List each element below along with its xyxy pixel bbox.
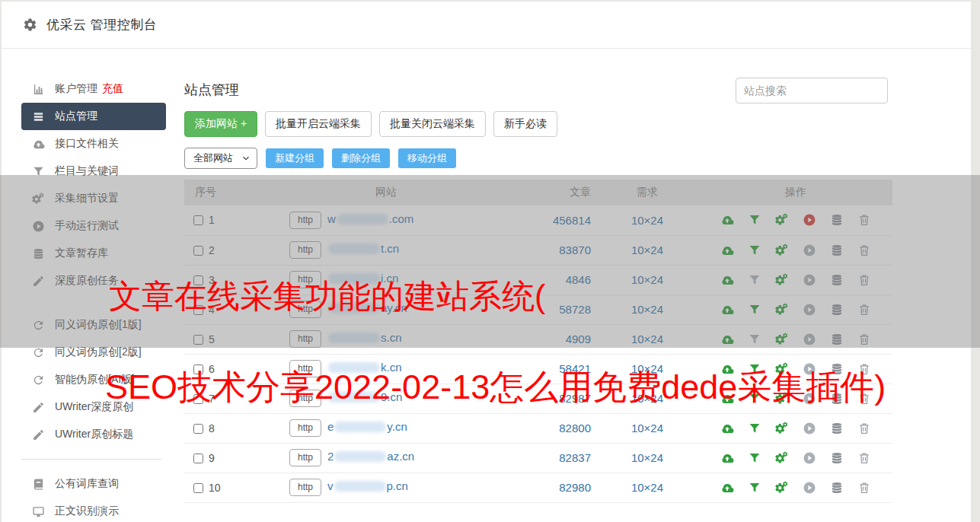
row-checkbox[interactable] — [193, 454, 203, 463]
database-action-icon[interactable] — [830, 481, 844, 495]
cloud-upload-action-icon[interactable] — [720, 243, 734, 257]
sidebar-item-ai-original[interactable]: 智能伪原创[AI版] — [21, 366, 166, 393]
batch-close-cloud-collect-button[interactable]: 批量关闭云端采集 — [379, 111, 486, 137]
database-action-icon[interactable] — [830, 362, 844, 376]
play-action-icon[interactable] — [803, 451, 816, 465]
cloud-upload-action-icon[interactable] — [720, 481, 734, 495]
filter-action-icon[interactable] — [748, 362, 761, 376]
sidebar-item-content-recognition[interactable]: 正文识别演示 — [21, 498, 166, 522]
play-action-icon[interactable] — [803, 333, 816, 346]
database-action-icon[interactable] — [830, 333, 844, 346]
row-checkbox[interactable] — [193, 394, 203, 404]
cloud-upload-action-icon[interactable] — [720, 392, 734, 406]
trash-action-icon[interactable] — [857, 481, 871, 495]
group-filter-select[interactable]: 全部网站 — [184, 148, 257, 169]
database-action-icon[interactable] — [830, 392, 844, 406]
row-checkbox[interactable] — [193, 275, 203, 285]
sidebar-item-manual-test[interactable]: 手动运行测试 — [21, 212, 166, 240]
site-domain[interactable]: w.com — [327, 212, 413, 225]
trash-action-icon[interactable] — [857, 303, 871, 317]
filter-action-icon[interactable] — [748, 273, 761, 287]
play-action-icon[interactable] — [803, 213, 816, 227]
gears-action-icon[interactable] — [775, 273, 789, 287]
filter-action-icon[interactable] — [748, 243, 761, 257]
play-action-icon[interactable] — [803, 303, 816, 317]
trash-action-icon[interactable] — [857, 422, 871, 435]
row-checkbox[interactable] — [193, 246, 203, 256]
new-group-button[interactable]: 新建分组 — [266, 148, 324, 168]
sidebar-item-account[interactable]: 账户管理充值 — [21, 75, 166, 103]
http-badge[interactable]: http — [289, 330, 321, 348]
database-action-icon[interactable] — [830, 213, 844, 227]
gears-action-icon[interactable] — [775, 481, 789, 495]
cloud-upload-action-icon[interactable] — [720, 213, 734, 227]
gears-action-icon[interactable] — [775, 362, 789, 376]
sidebar-item-synonym-v2[interactable]: 同义词伪原创[2版] — [21, 339, 166, 366]
gears-action-icon[interactable] — [775, 213, 789, 227]
filter-action-icon[interactable] — [748, 481, 761, 495]
gears-action-icon[interactable] — [775, 392, 789, 406]
trash-action-icon[interactable] — [857, 243, 871, 257]
add-site-button[interactable]: 添加网站 + — [184, 111, 257, 137]
site-domain[interactable]: 2az.cn — [327, 450, 414, 463]
sidebar-item-sites[interactable]: 站点管理 — [21, 103, 166, 130]
http-badge[interactable]: http — [289, 271, 321, 288]
row-checkbox[interactable] — [193, 424, 203, 434]
trash-action-icon[interactable] — [857, 333, 871, 346]
database-action-icon[interactable] — [830, 303, 844, 317]
http-badge[interactable]: http — [289, 360, 321, 377]
row-checkbox[interactable] — [193, 215, 203, 225]
trash-action-icon[interactable] — [857, 273, 871, 287]
row-checkbox[interactable] — [193, 335, 203, 345]
site-domain[interactable]: ey.cn — [327, 420, 407, 433]
gears-action-icon[interactable] — [775, 303, 789, 317]
http-badge[interactable]: http — [289, 449, 321, 466]
sidebar-item-uwriter-deep[interactable]: UWriter深度原创 — [21, 393, 166, 421]
gears-action-icon[interactable] — [775, 333, 789, 346]
http-badge[interactable]: http — [289, 241, 321, 259]
cloud-upload-action-icon[interactable] — [720, 303, 734, 317]
gears-action-icon[interactable] — [775, 243, 789, 257]
sidebar-item-collect-settings[interactable]: 采集细节设置 — [21, 185, 166, 212]
cloud-upload-action-icon[interactable] — [720, 451, 734, 465]
database-action-icon[interactable] — [830, 273, 844, 287]
http-badge[interactable]: http — [289, 419, 321, 437]
row-checkbox[interactable] — [193, 305, 203, 315]
gears-action-icon[interactable] — [775, 422, 789, 435]
http-badge[interactable]: http — [289, 479, 321, 496]
trash-action-icon[interactable] — [857, 213, 871, 227]
batch-open-cloud-collect-button[interactable]: 批量开启云端采集 — [265, 111, 372, 137]
trash-action-icon[interactable] — [857, 392, 871, 406]
site-domain[interactable]: i.cn — [327, 272, 398, 285]
filter-action-icon[interactable] — [748, 422, 761, 435]
cloud-upload-action-icon[interactable] — [720, 362, 734, 376]
sidebar-item-uwriter-title[interactable]: UWriter原创标题 — [21, 421, 166, 448]
play-action-icon[interactable] — [803, 481, 816, 495]
play-action-icon[interactable] — [803, 422, 816, 435]
filter-action-icon[interactable] — [748, 213, 761, 227]
site-domain[interactable]: t.cn — [327, 242, 399, 255]
play-action-icon[interactable] — [803, 273, 816, 287]
sidebar-item-synonym-v1[interactable]: 同义词伪原创[1版] — [21, 311, 166, 339]
cloud-upload-action-icon[interactable] — [720, 422, 734, 435]
gears-action-icon[interactable] — [775, 451, 789, 465]
row-checkbox[interactable] — [193, 364, 203, 374]
sidebar-item-columns-keywords[interactable]: 栏目与关键词 — [21, 158, 166, 185]
filter-action-icon[interactable] — [748, 303, 761, 317]
delete-group-button[interactable]: 删除分组 — [332, 148, 390, 168]
sidebar-item-deep-original[interactable]: 深度原创任务 — [21, 267, 166, 294]
sidebar-item-interface-files[interactable]: 接口文件相关 — [21, 130, 166, 158]
site-search-input[interactable] — [736, 78, 888, 103]
newbie-guide-button[interactable]: 新手必读 — [493, 111, 557, 137]
row-checkbox[interactable] — [193, 483, 203, 493]
sidebar-item-article-cache[interactable]: 文章暂存库 — [21, 240, 166, 267]
site-domain[interactable]: 9.cn — [327, 390, 402, 403]
move-group-button[interactable]: 移动分组 — [398, 148, 456, 168]
site-domain[interactable]: vp.cn — [327, 479, 408, 492]
trash-action-icon[interactable] — [857, 451, 871, 465]
site-domain[interactable]: s.cn — [327, 331, 402, 344]
site-domain[interactable]: ay.cn — [327, 301, 407, 314]
database-action-icon[interactable] — [830, 422, 844, 435]
database-action-icon[interactable] — [830, 243, 844, 257]
play-action-icon[interactable] — [803, 243, 816, 257]
